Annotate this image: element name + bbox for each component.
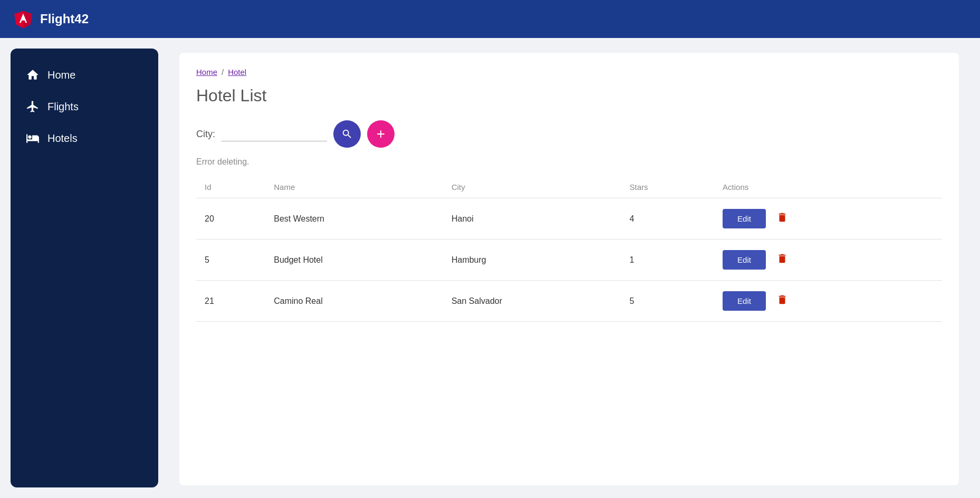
breadcrumb-home[interactable]: Home [196, 68, 217, 76]
cell-id: 20 [196, 198, 265, 240]
cell-city: Hanoi [443, 198, 621, 240]
delete-button[interactable] [772, 292, 792, 311]
table-row: 21 Camino Real San Salvador 5 Edit [196, 281, 942, 322]
angular-logo-icon [13, 8, 34, 30]
sidebar-item-home[interactable]: Home [11, 59, 158, 91]
sidebar-item-hotels[interactable]: Hotels [11, 122, 158, 154]
breadcrumb: Home / Hotel [196, 68, 942, 76]
trash-icon [776, 212, 788, 223]
col-header-actions: Actions [714, 176, 942, 198]
add-button[interactable]: + [367, 120, 395, 148]
cell-stars: 1 [621, 240, 714, 281]
cell-name: Camino Real [265, 281, 443, 322]
trash-icon [776, 253, 788, 264]
cell-actions: Edit [714, 240, 942, 281]
delete-button[interactable] [772, 251, 792, 270]
cell-city: Hamburg [443, 240, 621, 281]
edit-button[interactable]: Edit [723, 250, 766, 270]
cell-id: 5 [196, 240, 265, 281]
sidebar-item-home-label: Home [47, 69, 75, 81]
edit-button[interactable]: Edit [723, 291, 766, 311]
content-card: Home / Hotel Hotel List City: + Error de… [179, 53, 959, 485]
col-header-city: City [443, 176, 621, 198]
actions-cell: Edit [723, 291, 934, 311]
delete-button[interactable] [772, 209, 792, 228]
cell-stars: 5 [621, 281, 714, 322]
main-content: Home / Hotel Hotel List City: + Error de… [158, 38, 980, 498]
sidebar-item-hotels-label: Hotels [47, 132, 78, 145]
trash-icon [776, 294, 788, 305]
cell-id: 21 [196, 281, 265, 322]
cell-name: Budget Hotel [265, 240, 443, 281]
col-header-stars: Stars [621, 176, 714, 198]
hotel-icon [25, 131, 40, 146]
navbar: Flight42 [0, 0, 980, 38]
table-body: 20 Best Western Hanoi 4 Edit 5 Budget Ho… [196, 198, 942, 322]
actions-cell: Edit [723, 250, 934, 270]
home-icon [25, 68, 40, 82]
sidebar-item-flights[interactable]: Flights [11, 91, 158, 122]
edit-button[interactable]: Edit [723, 209, 766, 228]
table-row: 20 Best Western Hanoi 4 Edit [196, 198, 942, 240]
col-header-name: Name [265, 176, 443, 198]
cell-name: Best Western [265, 198, 443, 240]
cell-stars: 4 [621, 198, 714, 240]
cell-actions: Edit [714, 198, 942, 240]
actions-cell: Edit [723, 209, 934, 228]
add-icon: + [377, 126, 385, 142]
col-header-id: Id [196, 176, 265, 198]
cell-city: San Salvador [443, 281, 621, 322]
city-label: City: [196, 129, 215, 140]
brand-label: Flight42 [40, 12, 89, 26]
city-input[interactable] [222, 127, 327, 141]
error-message: Error deleting. [196, 157, 942, 167]
table-header: Id Name City Stars Actions [196, 176, 942, 198]
search-row: City: + [196, 120, 942, 148]
cell-actions: Edit [714, 281, 942, 322]
sidebar: Home Flights Hotels [11, 49, 158, 487]
search-icon [341, 128, 353, 140]
flight-icon [25, 99, 40, 114]
sidebar-item-flights-label: Flights [47, 101, 79, 113]
page-title: Hotel List [196, 86, 942, 106]
main-layout: Home Flights Hotels Home / Hotel Hotel L… [0, 38, 980, 498]
hotel-table: Id Name City Stars Actions 20 Best Weste… [196, 176, 942, 322]
search-button[interactable] [333, 120, 361, 148]
breadcrumb-separator: / [222, 68, 224, 76]
brand: Flight42 [13, 8, 89, 30]
table-row: 5 Budget Hotel Hamburg 1 Edit [196, 240, 942, 281]
breadcrumb-current[interactable]: Hotel [228, 68, 246, 76]
